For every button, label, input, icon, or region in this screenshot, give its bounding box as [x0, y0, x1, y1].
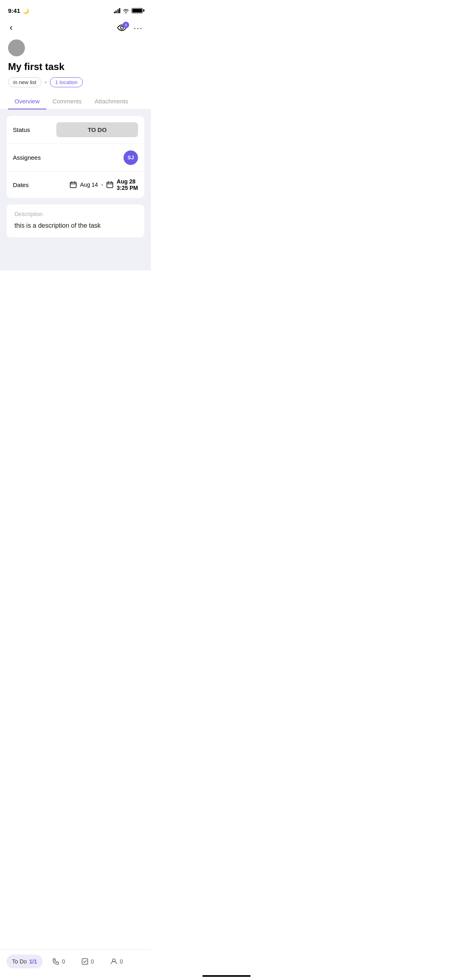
calendar-start-icon: [70, 181, 77, 188]
tags-row: in new list 1 location: [0, 77, 151, 94]
task-avatar-container: [0, 38, 151, 60]
tag-separator: [45, 81, 47, 83]
top-nav: ‹ 1 ···: [0, 18, 151, 38]
more-options-button[interactable]: ···: [134, 23, 143, 33]
task-avatar: [8, 39, 25, 56]
status-label: Status: [13, 126, 53, 133]
svg-rect-1: [70, 182, 76, 188]
date-start: Aug 14: [80, 181, 98, 188]
date-end-line2: 3:25 PM: [117, 185, 138, 191]
calendar-end-icon: [106, 181, 113, 188]
svg-rect-2: [107, 182, 113, 188]
dates-label: Dates: [13, 181, 53, 188]
watchers-button[interactable]: 1: [117, 24, 127, 32]
date-separator: -: [101, 181, 103, 188]
status-bar: 9:41 🌙: [0, 0, 151, 18]
content-area: Status TO DO Assignees SJ Dates: [0, 109, 151, 270]
date-end: Aug 28 3:25 PM: [117, 178, 138, 192]
tabs-bar: Overview Comments Attachments: [0, 94, 151, 109]
status-time: 9:41 🌙: [8, 7, 29, 14]
assignee-avatar[interactable]: SJ: [124, 150, 138, 165]
date-end-line1: Aug 28: [117, 178, 136, 185]
moon-icon: 🌙: [23, 8, 29, 14]
tab-comments[interactable]: Comments: [46, 94, 89, 109]
description-card: Description this is a description of the…: [6, 204, 144, 237]
tab-overview[interactable]: Overview: [8, 94, 46, 109]
description-label: Description: [6, 204, 144, 219]
wifi-icon: [123, 7, 129, 14]
dates-row[interactable]: Dates Aug 14 -: [6, 172, 144, 198]
status-badge[interactable]: TO DO: [56, 122, 138, 137]
back-button[interactable]: ‹: [8, 21, 14, 35]
status-icons: [114, 7, 143, 14]
assignees-row[interactable]: Assignees SJ: [6, 144, 144, 172]
dates-value: Aug 14 - Aug 28 3:25 PM: [70, 178, 138, 192]
battery-icon: [132, 8, 143, 13]
signal-bars-icon: [114, 8, 121, 13]
list-tag[interactable]: in new list: [8, 77, 41, 87]
watcher-badge: 1: [123, 22, 129, 28]
assignees-label: Assignees: [13, 154, 53, 161]
detail-card: Status TO DO Assignees SJ Dates: [6, 116, 144, 198]
tab-attachments[interactable]: Attachments: [88, 94, 134, 109]
task-title: My first task: [0, 60, 151, 77]
description-text: this is a description of the task: [6, 219, 144, 237]
location-tag[interactable]: 1 location: [50, 77, 83, 87]
status-row[interactable]: Status TO DO: [6, 116, 144, 144]
